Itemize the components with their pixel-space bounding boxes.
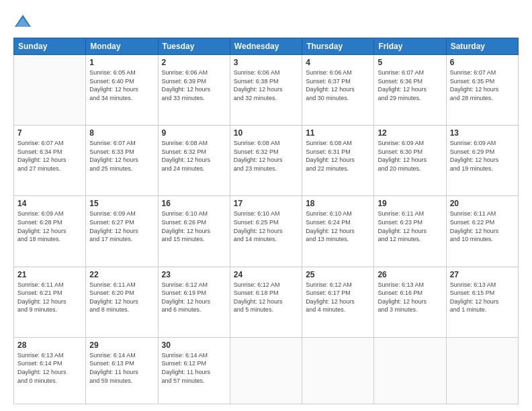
calendar-cell: 25Sunrise: 6:12 AM Sunset: 6:17 PM Dayli… bbox=[302, 267, 374, 337]
calendar-cell: 11Sunrise: 6:08 AM Sunset: 6:31 PM Dayli… bbox=[302, 126, 374, 196]
day-number: 6 bbox=[450, 58, 515, 67]
day-number: 24 bbox=[234, 270, 298, 279]
calendar-week-4: 21Sunrise: 6:11 AM Sunset: 6:21 PM Dayli… bbox=[14, 267, 519, 337]
day-info: Sunrise: 6:09 AM Sunset: 6:27 PM Dayligh… bbox=[89, 210, 154, 243]
day-number: 16 bbox=[162, 199, 226, 208]
day-info: Sunrise: 6:07 AM Sunset: 6:36 PM Dayligh… bbox=[378, 68, 442, 102]
day-info: Sunrise: 6:11 AM Sunset: 6:20 PM Dayligh… bbox=[89, 281, 154, 314]
calendar-cell bbox=[374, 337, 446, 404]
day-number: 11 bbox=[306, 128, 370, 138]
day-number: 12 bbox=[378, 128, 442, 138]
day-info: Sunrise: 6:13 AM Sunset: 6:16 PM Dayligh… bbox=[378, 281, 442, 314]
calendar-cell: 30Sunrise: 6:14 AM Sunset: 6:12 PM Dayli… bbox=[158, 337, 230, 404]
day-info: Sunrise: 6:11 AM Sunset: 6:22 PM Dayligh… bbox=[450, 210, 515, 243]
day-info: Sunrise: 6:10 AM Sunset: 6:25 PM Dayligh… bbox=[234, 210, 298, 243]
day-info: Sunrise: 6:12 AM Sunset: 6:19 PM Dayligh… bbox=[162, 281, 226, 314]
logo-icon bbox=[13, 12, 32, 31]
day-info: Sunrise: 6:10 AM Sunset: 6:24 PM Dayligh… bbox=[306, 210, 370, 243]
calendar-cell: 8Sunrise: 6:07 AM Sunset: 6:33 PM Daylig… bbox=[86, 126, 158, 196]
day-info: Sunrise: 6:08 AM Sunset: 6:32 PM Dayligh… bbox=[162, 139, 226, 173]
day-info: Sunrise: 6:13 AM Sunset: 6:14 PM Dayligh… bbox=[17, 351, 82, 385]
day-number: 25 bbox=[306, 270, 370, 279]
day-number: 13 bbox=[450, 128, 515, 138]
logo bbox=[13, 12, 35, 31]
day-info: Sunrise: 6:12 AM Sunset: 6:17 PM Dayligh… bbox=[306, 281, 370, 314]
calendar-cell: 1Sunrise: 6:05 AM Sunset: 6:40 PM Daylig… bbox=[86, 55, 158, 126]
weekday-header-saturday: Saturday bbox=[446, 38, 518, 55]
weekday-header-tuesday: Tuesday bbox=[158, 38, 230, 55]
day-info: Sunrise: 6:14 AM Sunset: 6:12 PM Dayligh… bbox=[162, 351, 226, 385]
calendar: SundayMondayTuesdayWednesdayThursdayFrid… bbox=[13, 38, 519, 404]
calendar-week-5: 28Sunrise: 6:13 AM Sunset: 6:14 PM Dayli… bbox=[14, 337, 519, 404]
day-info: Sunrise: 6:14 AM Sunset: 6:13 PM Dayligh… bbox=[89, 351, 154, 385]
day-number: 22 bbox=[89, 270, 154, 279]
weekday-header-thursday: Thursday bbox=[302, 38, 374, 55]
day-number: 14 bbox=[17, 199, 82, 208]
calendar-cell: 7Sunrise: 6:07 AM Sunset: 6:34 PM Daylig… bbox=[14, 126, 86, 196]
calendar-cell: 2Sunrise: 6:06 AM Sunset: 6:39 PM Daylig… bbox=[158, 55, 230, 126]
page: SundayMondayTuesdayWednesdayThursdayFrid… bbox=[0, 0, 532, 411]
calendar-cell: 14Sunrise: 6:09 AM Sunset: 6:28 PM Dayli… bbox=[14, 196, 86, 267]
calendar-cell: 13Sunrise: 6:09 AM Sunset: 6:29 PM Dayli… bbox=[446, 126, 518, 196]
day-number: 7 bbox=[17, 128, 82, 138]
day-number: 8 bbox=[89, 128, 154, 138]
day-number: 18 bbox=[306, 199, 370, 208]
calendar-week-1: 1Sunrise: 6:05 AM Sunset: 6:40 PM Daylig… bbox=[14, 55, 519, 126]
day-number: 20 bbox=[450, 199, 515, 208]
calendar-cell: 26Sunrise: 6:13 AM Sunset: 6:16 PM Dayli… bbox=[374, 267, 446, 337]
day-info: Sunrise: 6:11 AM Sunset: 6:23 PM Dayligh… bbox=[378, 210, 442, 243]
weekday-header-monday: Monday bbox=[86, 38, 158, 55]
day-info: Sunrise: 6:07 AM Sunset: 6:34 PM Dayligh… bbox=[17, 139, 82, 173]
day-info: Sunrise: 6:09 AM Sunset: 6:30 PM Dayligh… bbox=[378, 139, 442, 173]
day-number: 19 bbox=[378, 199, 442, 208]
calendar-cell: 5Sunrise: 6:07 AM Sunset: 6:36 PM Daylig… bbox=[374, 55, 446, 126]
day-info: Sunrise: 6:05 AM Sunset: 6:40 PM Dayligh… bbox=[89, 68, 154, 102]
calendar-cell bbox=[302, 337, 374, 404]
weekday-header-row: SundayMondayTuesdayWednesdayThursdayFrid… bbox=[14, 38, 519, 55]
weekday-header-wednesday: Wednesday bbox=[230, 38, 302, 55]
calendar-cell: 24Sunrise: 6:12 AM Sunset: 6:18 PM Dayli… bbox=[230, 267, 302, 337]
calendar-cell: 28Sunrise: 6:13 AM Sunset: 6:14 PM Dayli… bbox=[14, 337, 86, 404]
weekday-header-friday: Friday bbox=[374, 38, 446, 55]
day-number: 27 bbox=[450, 270, 515, 279]
calendar-cell: 15Sunrise: 6:09 AM Sunset: 6:27 PM Dayli… bbox=[86, 196, 158, 267]
day-info: Sunrise: 6:08 AM Sunset: 6:31 PM Dayligh… bbox=[306, 139, 370, 173]
day-number: 21 bbox=[17, 270, 82, 279]
calendar-cell: 6Sunrise: 6:07 AM Sunset: 6:35 PM Daylig… bbox=[446, 55, 518, 126]
calendar-cell: 21Sunrise: 6:11 AM Sunset: 6:21 PM Dayli… bbox=[14, 267, 86, 337]
day-number: 4 bbox=[306, 58, 370, 67]
day-info: Sunrise: 6:06 AM Sunset: 6:37 PM Dayligh… bbox=[306, 68, 370, 102]
calendar-week-2: 7Sunrise: 6:07 AM Sunset: 6:34 PM Daylig… bbox=[14, 126, 519, 196]
day-number: 3 bbox=[234, 58, 298, 67]
day-info: Sunrise: 6:07 AM Sunset: 6:35 PM Dayligh… bbox=[450, 68, 515, 102]
day-number: 2 bbox=[162, 58, 226, 67]
calendar-cell: 20Sunrise: 6:11 AM Sunset: 6:22 PM Dayli… bbox=[446, 196, 518, 267]
day-number: 23 bbox=[162, 270, 226, 279]
day-info: Sunrise: 6:06 AM Sunset: 6:39 PM Dayligh… bbox=[162, 68, 226, 102]
calendar-cell: 3Sunrise: 6:06 AM Sunset: 6:38 PM Daylig… bbox=[230, 55, 302, 126]
day-number: 10 bbox=[234, 128, 298, 138]
day-info: Sunrise: 6:09 AM Sunset: 6:29 PM Dayligh… bbox=[450, 139, 515, 173]
day-info: Sunrise: 6:12 AM Sunset: 6:18 PM Dayligh… bbox=[234, 281, 298, 314]
calendar-week-3: 14Sunrise: 6:09 AM Sunset: 6:28 PM Dayli… bbox=[14, 196, 519, 267]
weekday-header-sunday: Sunday bbox=[14, 38, 86, 55]
day-info: Sunrise: 6:09 AM Sunset: 6:28 PM Dayligh… bbox=[17, 210, 82, 243]
day-number: 29 bbox=[89, 340, 154, 350]
day-number: 30 bbox=[162, 340, 226, 350]
day-info: Sunrise: 6:13 AM Sunset: 6:15 PM Dayligh… bbox=[450, 281, 515, 314]
calendar-cell: 12Sunrise: 6:09 AM Sunset: 6:30 PM Dayli… bbox=[374, 126, 446, 196]
calendar-cell: 23Sunrise: 6:12 AM Sunset: 6:19 PM Dayli… bbox=[158, 267, 230, 337]
calendar-cell: 18Sunrise: 6:10 AM Sunset: 6:24 PM Dayli… bbox=[302, 196, 374, 267]
day-number: 17 bbox=[234, 199, 298, 208]
calendar-cell: 27Sunrise: 6:13 AM Sunset: 6:15 PM Dayli… bbox=[446, 267, 518, 337]
calendar-cell bbox=[14, 55, 86, 126]
day-number: 1 bbox=[89, 58, 154, 67]
day-info: Sunrise: 6:07 AM Sunset: 6:33 PM Dayligh… bbox=[89, 139, 154, 173]
calendar-cell bbox=[446, 337, 518, 404]
calendar-cell: 10Sunrise: 6:08 AM Sunset: 6:32 PM Dayli… bbox=[230, 126, 302, 196]
calendar-cell: 17Sunrise: 6:10 AM Sunset: 6:25 PM Dayli… bbox=[230, 196, 302, 267]
calendar-cell: 16Sunrise: 6:10 AM Sunset: 6:26 PM Dayli… bbox=[158, 196, 230, 267]
header bbox=[13, 12, 519, 31]
calendar-cell: 19Sunrise: 6:11 AM Sunset: 6:23 PM Dayli… bbox=[374, 196, 446, 267]
calendar-cell: 4Sunrise: 6:06 AM Sunset: 6:37 PM Daylig… bbox=[302, 55, 374, 126]
